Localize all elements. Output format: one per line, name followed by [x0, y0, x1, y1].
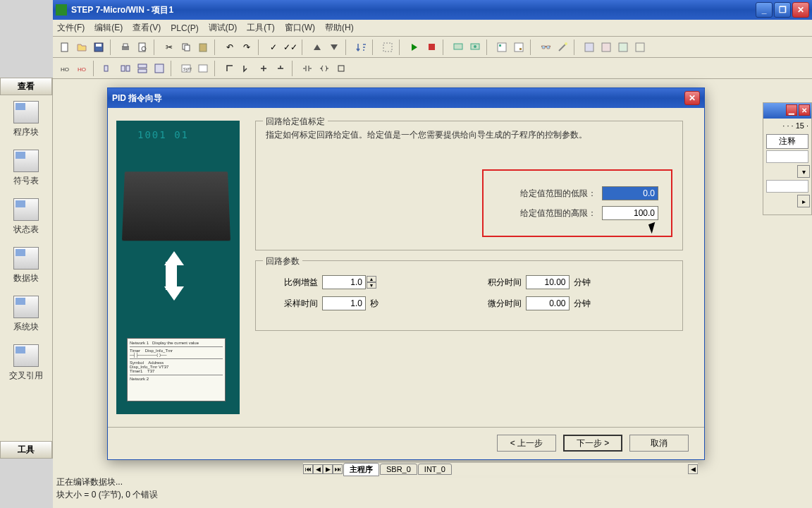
panel-min-icon[interactable]: ▁	[786, 104, 797, 116]
save-icon[interactable]	[91, 40, 106, 55]
cancel-button[interactable]: 取消	[629, 435, 689, 452]
gain-down-icon[interactable]: ▼	[367, 282, 376, 289]
redo-icon[interactable]: ↷	[239, 40, 254, 55]
branch4-icon[interactable]	[273, 61, 288, 76]
integral-input[interactable]	[526, 275, 570, 289]
lad1-icon[interactable]	[101, 61, 116, 76]
right-panel: ▁ ✕ · · · 15 · 注释 ▾ ▸	[763, 102, 812, 215]
menu-help[interactable]: 帮助(H)	[325, 22, 354, 34]
download-icon[interactable]	[326, 40, 342, 55]
new-icon[interactable]	[57, 40, 73, 55]
maximize-button[interactable]: ❐	[774, 2, 791, 18]
open-icon[interactable]	[74, 40, 90, 55]
svg-rect-29	[138, 69, 147, 73]
svg-rect-30	[155, 64, 164, 73]
coil-icon[interactable]	[316, 61, 332, 76]
menu-window[interactable]: 窗口(W)	[285, 22, 315, 34]
deriv-input[interactable]	[526, 296, 570, 310]
menu-view[interactable]: 查看(V)	[133, 22, 161, 34]
sidebar-item-system[interactable]: 系统块	[0, 290, 52, 339]
sidebar-item-status[interactable]: 状态表	[0, 193, 52, 241]
sym-icon[interactable]: sym	[178, 61, 194, 76]
cut-icon[interactable]: ✂	[161, 40, 177, 55]
contact-icon[interactable]	[300, 61, 315, 76]
next-button[interactable]: 下一步 >	[563, 435, 622, 452]
menu-edit[interactable]: 编辑(E)	[94, 22, 123, 34]
sidebar-item-program[interactable]: 程序块	[0, 95, 52, 144]
lad3-icon[interactable]	[135, 61, 150, 76]
branch2-icon[interactable]	[239, 61, 254, 76]
tb-a-icon[interactable]	[582, 40, 597, 55]
monitor1-icon[interactable]	[450, 40, 466, 55]
box-icon[interactable]	[333, 61, 349, 76]
sample-label: 采样时间	[266, 298, 322, 310]
sym2-icon[interactable]	[195, 61, 211, 76]
panel-cell-1[interactable]	[766, 150, 808, 163]
dialog-close-button[interactable]: ✕	[684, 91, 700, 105]
dialog-footer: < 上一步 下一步 > 取消	[108, 427, 704, 459]
print-icon[interactable]	[118, 40, 133, 55]
minimize-button[interactable]: _	[756, 2, 773, 18]
svg-rect-15	[499, 44, 501, 47]
panel-right-icon[interactable]: ▸	[797, 195, 810, 207]
sidebar-header: 查看	[0, 78, 52, 95]
tb-d-icon[interactable]	[632, 40, 648, 55]
monitor2-icon[interactable]	[467, 40, 483, 55]
sample-unit: 秒	[370, 298, 379, 310]
tab-sbr: SBR_0	[380, 464, 417, 475]
panel-cell-2[interactable]	[766, 180, 808, 193]
gain-up-icon[interactable]: ▲	[367, 276, 376, 282]
copy-icon[interactable]	[178, 40, 194, 55]
stop-icon[interactable]	[424, 40, 439, 55]
preview-icon[interactable]	[135, 40, 150, 55]
low-limit-label: 给定值范围的低限：	[496, 188, 602, 200]
sidebar-item-xref[interactable]: 交叉引用	[0, 339, 52, 387]
tab-prev-icon[interactable]: ◀	[313, 464, 323, 474]
tab-last-icon[interactable]: ⏭	[333, 464, 343, 474]
undo-icon[interactable]: ↶	[222, 40, 238, 55]
compile-all-icon[interactable]: ✓✓	[283, 40, 298, 55]
panel-down-icon[interactable]: ▾	[797, 165, 810, 178]
select-icon[interactable]	[380, 40, 395, 55]
branch1-icon[interactable]	[222, 61, 238, 76]
pid-wizard-dialog: PID 指令向导 ✕ 1001 01 Network 1 Display the…	[107, 87, 705, 460]
loop-params-group: 回路参数 比例增益 ▲▼ 积分时间 分钟 采样时间	[255, 260, 683, 331]
tb-c-icon[interactable]	[615, 40, 631, 55]
high-limit-input[interactable]	[602, 206, 658, 220]
menu-tools[interactable]: 工具(T)	[247, 22, 274, 34]
lad4-icon[interactable]	[152, 61, 167, 76]
tog2-icon[interactable]: HO	[74, 61, 90, 76]
run-icon[interactable]	[407, 40, 422, 55]
close-button[interactable]: ✕	[792, 2, 809, 18]
tab-next-icon[interactable]: ▶	[323, 464, 333, 474]
sidebar-item-symbol[interactable]: 符号表	[0, 144, 52, 193]
low-limit-input[interactable]	[602, 186, 658, 200]
paste-icon[interactable]	[195, 40, 211, 55]
branch3-icon[interactable]	[256, 61, 271, 76]
status1-icon[interactable]	[494, 40, 510, 55]
menu-file[interactable]: 文件(F)	[57, 22, 85, 34]
tab-first-icon[interactable]: ⏮	[303, 464, 313, 474]
wand-icon[interactable]	[555, 40, 570, 55]
svg-rect-33	[199, 65, 207, 72]
lad2-icon[interactable]	[118, 61, 133, 76]
upload-icon[interactable]	[309, 40, 325, 55]
compile-icon[interactable]: ✓	[266, 40, 281, 55]
status2-icon[interactable]	[511, 40, 527, 55]
sample-input[interactable]	[322, 296, 366, 310]
sidebar-tools[interactable]: 工具	[0, 441, 52, 459]
menu-plc[interactable]: PLC(P)	[171, 23, 198, 33]
sidebar-item-data[interactable]: 数据块	[0, 241, 52, 290]
svg-rect-9	[199, 44, 207, 52]
tog1-icon[interactable]: HO	[57, 61, 73, 76]
gain-input[interactable]	[322, 275, 366, 289]
menu-debug[interactable]: 调试(D)	[209, 22, 238, 34]
scroll-left-icon[interactable]: ◀	[688, 464, 698, 474]
svg-rect-10	[383, 43, 392, 52]
binoculars-icon[interactable]: 👓	[538, 40, 553, 55]
note-label: 注释	[766, 134, 808, 149]
sort-icon[interactable]	[353, 40, 369, 55]
tb-b-icon[interactable]	[598, 40, 614, 55]
prev-button[interactable]: < 上一步	[497, 435, 556, 452]
panel-close-icon[interactable]: ✕	[799, 104, 810, 116]
